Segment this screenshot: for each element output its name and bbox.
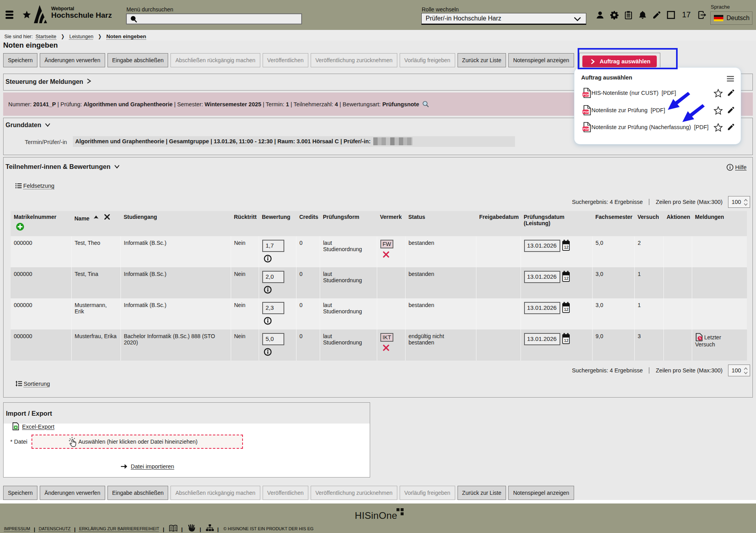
svg-text:PDF: PDF: [583, 93, 589, 96]
svg-text:PDF: PDF: [583, 127, 589, 131]
svg-text:12: 12: [564, 338, 569, 343]
svg-text:12: 12: [564, 276, 569, 281]
svg-text:12: 12: [564, 307, 569, 312]
svg-text:12: 12: [564, 245, 569, 250]
svg-text:PDF: PDF: [583, 110, 589, 114]
